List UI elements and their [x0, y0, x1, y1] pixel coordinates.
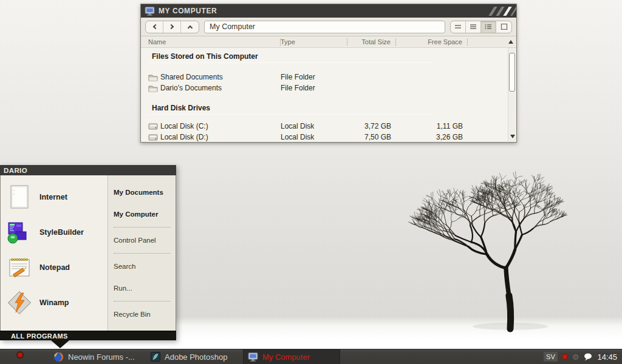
view-icons-icon	[501, 24, 508, 30]
file-name: Local Disk (D:)	[160, 133, 208, 141]
start-menu-places: My Documents My Computer Control Panel S…	[108, 175, 176, 331]
view-details-icon	[485, 24, 492, 30]
desktop: { "window": { "title": "MY COMPUTER", "a…	[0, 0, 622, 364]
menu-divider	[114, 253, 171, 254]
file-total-size: 3,72 GB	[347, 122, 396, 130]
window-title: MY COMPUTER	[159, 7, 217, 15]
my-computer-icon	[248, 352, 258, 362]
view-button-group	[450, 21, 512, 33]
column-header-name[interactable]: Name	[148, 38, 281, 46]
gear-icon[interactable]: ⚙	[572, 353, 579, 361]
view-list-button[interactable]	[466, 21, 481, 33]
tray-red-dot-icon[interactable]	[562, 354, 567, 359]
column-header-free-space[interactable]: Free Space	[396, 38, 468, 46]
all-programs-button[interactable]: ALL PROGRAMS	[0, 331, 176, 340]
forward-icon	[168, 24, 173, 29]
file-name: Shared Documents	[160, 73, 223, 81]
scrollbar-thumb[interactable]	[509, 53, 515, 92]
forward-button[interactable]	[163, 21, 181, 33]
taskbar-item-label: My Computer	[262, 352, 310, 362]
window-titlebar[interactable]: MY COMPUTER	[141, 4, 516, 18]
file-name: Dario's Documents	[160, 84, 222, 92]
column-header-row: Name Type Total Size Free Space	[141, 36, 516, 48]
file-row-local-disk-d[interactable]: Local Disk (D:) Local Disk 7,50 GB 3,26 …	[141, 132, 516, 141]
start-item-search[interactable]: Search	[114, 261, 176, 272]
file-type: File Folder	[281, 84, 347, 92]
system-tray: SV ⚙ 14:45	[544, 349, 617, 364]
file-row-darios-documents[interactable]: Dario's Documents File Folder	[141, 83, 516, 93]
start-menu: DARIO Internet	[0, 165, 176, 340]
hard-drive-icon	[148, 133, 158, 141]
hard-drive-icon	[148, 123, 158, 130]
file-type: File Folder	[281, 73, 347, 81]
section-header: Hard Disk Drives	[152, 104, 516, 112]
my-computer-icon	[145, 7, 155, 16]
file-type: Local Disk	[281, 133, 347, 141]
start-item-my-computer[interactable]: My Computer	[114, 209, 176, 220]
scroll-down-icon[interactable]	[510, 135, 515, 138]
start-menu-pointer-icon	[51, 340, 69, 348]
explorer-toolbar	[141, 18, 516, 36]
view-tiles-icon	[454, 24, 462, 30]
language-indicator[interactable]: SV	[544, 352, 558, 362]
wallpaper-tree	[360, 167, 621, 332]
section-header: Files Stored on This Computer	[152, 52, 516, 61]
taskbar-item-my-computer[interactable]: My Computer	[243, 349, 340, 364]
file-name: Local Disk (C:)	[160, 122, 208, 130]
start-item-winamp[interactable]: Winamp	[7, 286, 108, 320]
start-item-label: StyleBuilder	[39, 228, 84, 237]
start-item-stylebuilder[interactable]: StyleBuilder	[7, 215, 108, 249]
file-type: Local Disk	[281, 122, 347, 130]
window-control-edge-icon	[510, 7, 516, 16]
start-item-label: Winamp	[39, 298, 69, 307]
taskbar-item-neowin-forums[interactable]: Neowin Forums -...	[49, 349, 140, 364]
notepad-icon	[7, 255, 32, 280]
winamp-icon	[7, 290, 32, 315]
menu-divider	[114, 301, 171, 302]
column-header-total-size[interactable]: Total Size	[347, 38, 396, 46]
vertical-scrollbar[interactable]	[508, 48, 516, 141]
start-item-label: Notepad	[39, 263, 70, 272]
messenger-bubble-icon[interactable]	[584, 353, 592, 361]
photoshop-icon	[151, 352, 160, 362]
folder-icon	[148, 73, 158, 81]
taskbar-item-label: Neowin Forums -...	[68, 352, 135, 362]
start-menu-pinned: Internet StyleBuilder	[1, 175, 108, 331]
address-bar[interactable]	[204, 21, 445, 33]
back-button[interactable]	[146, 21, 163, 33]
file-free-space: 1,11 GB	[396, 122, 468, 130]
view-details-button[interactable]	[481, 21, 496, 33]
taskbar-item-label: Adobe Photoshop	[165, 352, 227, 362]
file-total-size: 7,50 GB	[347, 133, 396, 141]
start-menu-user: DARIO	[0, 165, 176, 175]
start-item-my-documents[interactable]: My Documents	[114, 187, 176, 198]
menu-divider	[114, 227, 171, 228]
column-header-type[interactable]: Type	[281, 38, 347, 46]
taskbar-item-adobe-photoshop[interactable]: Adobe Photoshop	[146, 349, 232, 364]
window-controls	[491, 4, 511, 18]
firefox-icon	[53, 352, 64, 362]
view-tiles-button[interactable]	[451, 21, 466, 33]
taskbar-clock: 14:45	[597, 352, 617, 362]
internet-page-icon	[7, 184, 32, 210]
start-item-internet[interactable]: Internet	[7, 180, 108, 214]
back-icon	[152, 24, 157, 29]
file-list: Files Stored on This Computer Shared Doc…	[141, 48, 516, 141]
file-row-local-disk-c[interactable]: Local Disk (C:) Local Disk 3,72 GB 1,11 …	[141, 121, 516, 132]
start-item-control-panel[interactable]: Control Panel	[114, 235, 176, 246]
start-item-run[interactable]: Run...	[114, 283, 176, 294]
start-item-recycle-bin[interactable]: Recycle Bin	[114, 309, 176, 320]
folder-icon	[148, 84, 158, 92]
taskbar: Neowin Forums -... Adobe Photoshop My Co…	[0, 349, 622, 364]
start-item-notepad[interactable]: Notepad	[7, 251, 108, 285]
file-free-space: 3,26 GB	[396, 133, 468, 141]
start-button[interactable]	[18, 352, 22, 357]
my-computer-window: MY COMPUTER	[140, 4, 517, 143]
scroll-up-icon[interactable]	[508, 40, 513, 44]
view-list-icon	[470, 24, 477, 30]
up-button[interactable]	[181, 21, 199, 33]
start-item-label: Internet	[39, 193, 67, 201]
file-row-shared-documents[interactable]: Shared Documents File Folder	[141, 72, 516, 83]
up-icon	[187, 25, 192, 30]
view-icons-button[interactable]	[496, 21, 511, 33]
